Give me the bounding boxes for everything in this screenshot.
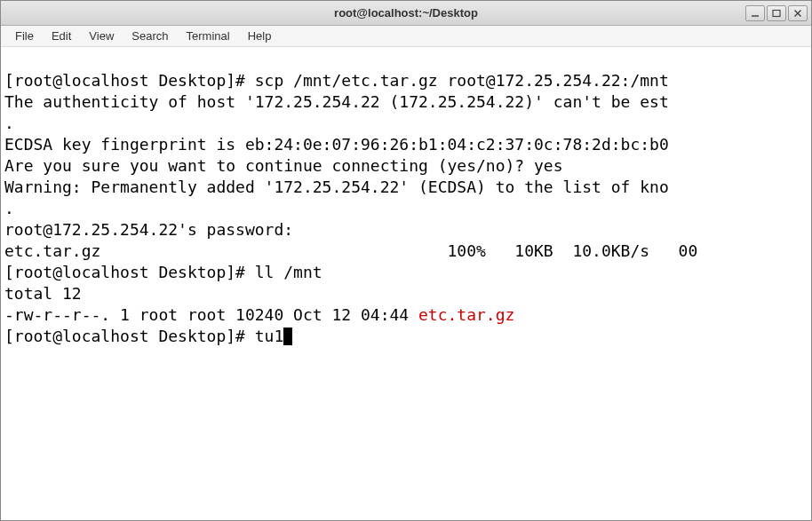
window-title: root@localhost:~/Desktop [334,6,478,20]
menu-terminal[interactable]: Terminal [179,28,237,44]
command-text: ll /mnt [255,263,322,281]
output-line: ECDSA key fingerprint is eb:24:0e:07:96:… [4,135,669,154]
file-name-highlight: etc.tar.gz [418,305,514,324]
maximize-button[interactable] [767,5,786,21]
output-line: . [4,199,14,217]
menu-bar: File Edit View Search Terminal Help [1,26,811,47]
output-line: etc.tar.gz 100% 10KB 10.0KB/s 00 [4,241,697,260]
menu-help[interactable]: Help [241,28,279,44]
minimize-icon [751,9,760,18]
menu-file[interactable]: File [8,28,41,44]
svg-rect-1 [773,10,780,16]
menu-view[interactable]: View [82,28,121,44]
window-titlebar: root@localhost:~/Desktop [1,1,811,26]
maximize-icon [772,9,781,18]
command-text: tu1 [255,327,284,345]
output-line: total 12 [4,284,82,303]
cursor-block [283,328,292,345]
output-line: root@172.25.254.22's password: [4,220,303,239]
output-line: The authenticity of host '172.25.254.22 … [4,92,669,111]
output-line: . [4,114,14,132]
window-controls [745,5,808,21]
menu-edit[interactable]: Edit [44,28,78,44]
terminal-area[interactable]: [root@localhost Desktop]# scp /mnt/etc.t… [1,47,811,520]
prompt: [root@localhost Desktop]# [4,71,255,90]
minimize-button[interactable] [745,5,765,21]
close-button[interactable] [788,5,808,21]
prompt: [root@localhost Desktop]# [4,327,255,345]
menu-search[interactable]: Search [124,28,175,44]
output-line: -rw-r--r--. 1 root root 10240 Oct 12 04:… [4,305,418,324]
output-line: Are you sure you want to continue connec… [4,156,563,175]
close-icon [793,9,802,18]
command-text: scp /mnt/etc.tar.gz root@172.25.254.22:/… [255,71,669,90]
prompt: [root@localhost Desktop]# [4,263,255,281]
output-line: Warning: Permanently added '172.25.254.2… [4,178,669,196]
